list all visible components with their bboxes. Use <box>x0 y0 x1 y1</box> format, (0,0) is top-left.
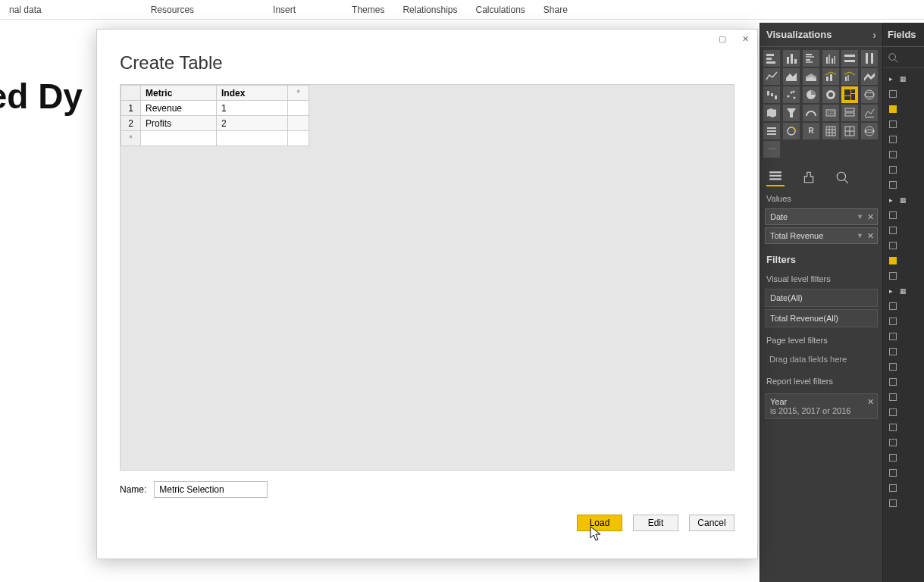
checkbox-icon[interactable] <box>889 378 897 386</box>
field-item[interactable] <box>883 147 924 162</box>
line-clustered-column-icon[interactable] <box>841 68 858 85</box>
field-item[interactable] <box>883 299 924 314</box>
funnel-icon[interactable] <box>783 105 800 121</box>
load-button[interactable]: Load <box>577 515 622 531</box>
scatter-icon[interactable] <box>783 86 800 103</box>
waterfall-icon[interactable] <box>763 86 780 103</box>
field-item[interactable] <box>883 238 924 253</box>
table-node[interactable]: ▸▦ <box>883 71 924 86</box>
multi-row-card-icon[interactable] <box>841 105 858 121</box>
fields-tab-icon[interactable] <box>766 168 785 186</box>
maximize-icon[interactable]: ▢ <box>715 32 730 45</box>
visualizations-header[interactable]: Visualizations › <box>760 23 882 47</box>
field-item[interactable] <box>883 223 924 238</box>
checkbox-icon[interactable] <box>889 469 897 477</box>
format-tab-icon[interactable] <box>800 168 818 186</box>
field-item[interactable] <box>883 374 924 390</box>
clustered-bar-icon[interactable] <box>803 50 819 67</box>
checkbox-icon[interactable] <box>889 454 897 462</box>
add-column-cell[interactable]: * <box>288 86 309 101</box>
new-row-header[interactable]: * <box>121 131 141 146</box>
cell-index[interactable]: 1 <box>217 101 288 116</box>
ribbon-tab-resources[interactable]: Resources <box>142 0 203 19</box>
checkbox-icon[interactable] <box>889 439 897 446</box>
drag-fields-hint[interactable]: Drag data fields here <box>765 350 878 368</box>
column-header-index[interactable]: Index <box>217 86 288 101</box>
field-item[interactable] <box>883 480 924 496</box>
table-node[interactable]: ▸▦ <box>883 192 924 208</box>
ribbon-tab-calculations[interactable]: Calculations <box>466 0 534 19</box>
table-name-input[interactable] <box>154 481 268 498</box>
field-item[interactable] <box>883 314 924 329</box>
row-header[interactable]: 1 <box>121 101 141 116</box>
field-item[interactable] <box>883 359 924 374</box>
custom-visual-icon[interactable]: ⋯ <box>763 141 780 158</box>
field-item[interactable] <box>883 420 924 435</box>
checkbox-icon[interactable] <box>889 120 897 128</box>
map-icon[interactable] <box>861 86 878 103</box>
clustered-column-icon[interactable] <box>822 50 839 67</box>
area-chart-icon[interactable] <box>783 68 800 85</box>
chevron-down-icon[interactable]: ▼ <box>857 232 863 239</box>
field-item[interactable] <box>883 435 924 450</box>
value-field-date[interactable]: Date ▼ ✕ <box>765 208 878 225</box>
field-item[interactable] <box>883 102 924 117</box>
field-item[interactable] <box>883 450 924 465</box>
cell-empty[interactable] <box>288 131 309 146</box>
checkbox-icon[interactable] <box>889 363 897 371</box>
checkbox-icon[interactable] <box>889 333 897 340</box>
checkbox-icon[interactable] <box>889 393 897 401</box>
pie-chart-icon[interactable] <box>803 86 819 103</box>
column-header-metric[interactable]: Metric <box>141 86 217 101</box>
report-filter-year[interactable]: Year is 2015, 2017 or 2016 ✕ <box>765 393 878 419</box>
field-item[interactable] <box>883 405 924 420</box>
python-visual-icon[interactable] <box>841 123 858 139</box>
checkbox-icon[interactable] <box>889 499 897 507</box>
field-item[interactable] <box>883 208 924 223</box>
line-chart-icon[interactable] <box>763 68 780 85</box>
stacked-column-icon[interactable] <box>783 50 800 67</box>
visual-filter-total-revenue[interactable]: Total Revenue(All) <box>765 309 878 327</box>
ribbon-tab-external-data[interactable]: nal data <box>0 0 51 19</box>
treemap-icon[interactable] <box>841 86 858 103</box>
checkbox-icon[interactable] <box>889 211 897 219</box>
cell-metric[interactable]: Profits <box>141 116 217 131</box>
r-visual-icon[interactable] <box>822 123 839 139</box>
corner-cell[interactable] <box>121 86 141 101</box>
checkbox-icon[interactable] <box>889 181 897 189</box>
ribbon-tab-relationships[interactable]: Relationships <box>393 0 466 19</box>
cell-empty[interactable] <box>217 131 288 146</box>
hundred-stacked-column-icon[interactable] <box>861 50 878 67</box>
field-item[interactable] <box>883 117 924 132</box>
checkbox-icon[interactable] <box>889 136 897 143</box>
checkbox-icon[interactable] <box>889 484 897 492</box>
fields-header[interactable]: Fields <box>883 23 924 47</box>
stacked-bar-icon[interactable] <box>763 50 780 67</box>
card-icon[interactable]: 123 <box>822 105 839 121</box>
arcgis-icon[interactable] <box>861 123 878 139</box>
donut-chart-icon[interactable] <box>822 86 839 103</box>
cell-index-selected[interactable]: 2 <box>217 116 288 131</box>
remove-field-icon[interactable]: ✕ <box>867 212 874 222</box>
field-item[interactable] <box>883 344 924 359</box>
field-item[interactable] <box>883 390 924 405</box>
cell-empty[interactable] <box>288 116 309 131</box>
checkbox-icon[interactable] <box>889 151 897 158</box>
stacked-area-icon[interactable] <box>803 68 819 85</box>
field-item[interactable] <box>883 465 924 480</box>
field-item[interactable] <box>883 162 924 177</box>
slicer-icon[interactable] <box>763 123 780 139</box>
checkbox-icon[interactable] <box>889 227 897 234</box>
checkbox-icon[interactable] <box>889 408 897 416</box>
filled-map-icon[interactable] <box>763 105 780 121</box>
chevron-right-icon[interactable]: › <box>872 29 876 41</box>
kpi-icon[interactable] <box>861 105 878 121</box>
ribbon-tab-themes[interactable]: Themes <box>343 0 393 19</box>
checkbox-icon[interactable] <box>889 242 897 249</box>
field-item[interactable] <box>883 132 924 147</box>
field-item[interactable] <box>883 253 924 268</box>
chevron-down-icon[interactable]: ▼ <box>857 213 863 221</box>
table-node[interactable]: ▸▦ <box>883 283 924 299</box>
ribbon-tab-insert[interactable]: Insert <box>264 0 305 19</box>
ribbon-chart-icon[interactable] <box>861 68 878 85</box>
